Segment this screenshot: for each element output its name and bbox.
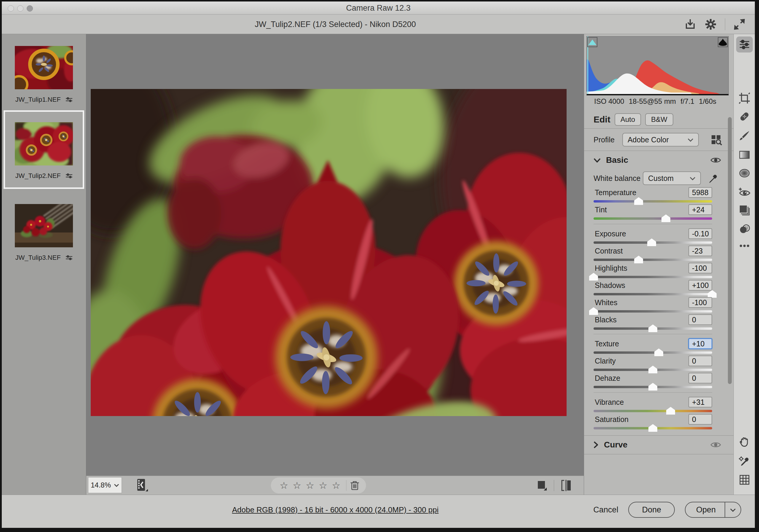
- slider-label: Blacks: [595, 315, 617, 324]
- profile-browser-icon[interactable]: [710, 134, 723, 146]
- slider-thumb[interactable]: [708, 290, 717, 298]
- slider-value-field[interactable]: -23: [689, 246, 712, 256]
- star-icon[interactable]: ☆: [303, 480, 317, 491]
- eye-icon[interactable]: [710, 441, 721, 448]
- more-tools-icon[interactable]: [739, 240, 750, 252]
- slider-label: Whites: [595, 298, 617, 307]
- white-balance-row: White balance Custom: [594, 169, 734, 187]
- presets-tool-icon[interactable]: [739, 223, 750, 235]
- slider-track[interactable]: [594, 241, 712, 244]
- star-icon[interactable]: ☆: [291, 480, 303, 491]
- slider-thumb[interactable]: [648, 324, 657, 332]
- zoom-level-dropdown[interactable]: 14.8%: [88, 477, 122, 493]
- healing-tool-icon[interactable]: [739, 111, 750, 122]
- crop-tool-icon[interactable]: [739, 92, 750, 104]
- trash-icon[interactable]: [350, 480, 360, 491]
- before-after-view-icon[interactable]: [536, 479, 548, 492]
- edit-tool-icon[interactable]: [739, 39, 750, 50]
- red-eye-tool-icon[interactable]: [739, 186, 750, 198]
- snapshots-tool-icon[interactable]: [739, 204, 750, 216]
- brush-tool-icon[interactable]: [739, 130, 750, 142]
- grid-overlay-icon[interactable]: [739, 474, 750, 486]
- slider-track[interactable]: [594, 200, 712, 203]
- thumbnail-tulip2[interactable]: [15, 122, 73, 165]
- slider-value-field[interactable]: +24: [689, 204, 712, 215]
- bw-button[interactable]: B&W: [645, 113, 673, 126]
- slider-track[interactable]: [594, 276, 712, 278]
- filmstrip-item-3[interactable]: JW_Tulip3.NEF: [4, 204, 84, 262]
- slider-value-field[interactable]: -100: [689, 297, 712, 308]
- adjustment-badge-icon: [65, 173, 73, 179]
- slider-thumb[interactable]: [648, 424, 657, 432]
- slider-thumb[interactable]: [648, 366, 657, 373]
- open-button[interactable]: Open: [685, 502, 741, 518]
- thumbnail-tulip1[interactable]: [15, 46, 73, 89]
- white-balance-dropdown[interactable]: Custom: [643, 171, 701, 185]
- slider-track[interactable]: [594, 410, 712, 412]
- slider-track[interactable]: [594, 259, 712, 261]
- auto-button[interactable]: Auto: [615, 113, 641, 126]
- done-button[interactable]: Done: [628, 502, 675, 518]
- histogram[interactable]: [586, 36, 729, 96]
- slider-track[interactable]: [594, 293, 712, 295]
- radial-filter-icon[interactable]: [739, 167, 750, 179]
- split-view-icon[interactable]: [560, 479, 573, 492]
- slider-thumb[interactable]: [654, 348, 663, 356]
- slider-value-field[interactable]: 0: [689, 355, 712, 366]
- slider-thumb[interactable]: [589, 273, 598, 280]
- slider-value-field[interactable]: 0: [689, 314, 712, 325]
- star-icon[interactable]: ☆: [277, 480, 291, 491]
- slider-value-field-focused[interactable]: +10: [689, 338, 712, 349]
- wb-eyedropper-icon[interactable]: [708, 173, 719, 184]
- workflow-options-link[interactable]: Adobe RGB (1998) - 16 bit - 6000 x 4000 …: [232, 505, 439, 514]
- slider-thumb[interactable]: [634, 197, 643, 205]
- slider-value-field[interactable]: 0: [689, 414, 712, 425]
- eye-icon[interactable]: [710, 157, 721, 164]
- workflow-options[interactable]: Adobe RGB (1998) - 16 bit - 6000 x 4000 …: [86, 495, 584, 526]
- shadow-clipping-indicator[interactable]: [587, 37, 597, 47]
- slider-track[interactable]: [594, 351, 712, 354]
- slider-track[interactable]: [594, 369, 712, 371]
- filmstrip-toggle-icon[interactable]: [134, 478, 149, 493]
- slider-value-field[interactable]: -100: [689, 263, 712, 273]
- open-options-chevron[interactable]: [725, 502, 740, 517]
- slider-thumb[interactable]: [666, 407, 675, 415]
- filmstrip-item-1[interactable]: JW_Tulip1.NEF: [4, 46, 84, 103]
- filmstrip-item-2-selected[interactable]: JW_Tulip2.NEF: [4, 110, 84, 189]
- curve-section-header[interactable]: Curve: [594, 436, 734, 454]
- slider-value-field[interactable]: 5988: [689, 187, 712, 198]
- highlight-clipping-indicator[interactable]: [718, 37, 728, 47]
- slider-track[interactable]: [594, 217, 712, 220]
- slider-track[interactable]: [594, 386, 712, 388]
- slider-label: Highlights: [595, 264, 627, 272]
- preview-canvas[interactable]: 14.8% ☆ ☆ ☆ ☆ ☆: [86, 34, 584, 495]
- slider-track[interactable]: [594, 327, 712, 330]
- star-icon[interactable]: ☆: [330, 480, 343, 491]
- save-image-icon[interactable]: [684, 18, 697, 30]
- slider-value-field[interactable]: -0.10: [689, 228, 712, 239]
- preferences-gear-icon[interactable]: [704, 18, 717, 31]
- basic-section-header[interactable]: Basic: [594, 151, 734, 169]
- slider-track[interactable]: [594, 427, 712, 430]
- slider-thumb[interactable]: [634, 256, 643, 263]
- slider-value-field[interactable]: +31: [689, 397, 712, 407]
- panel-scrollbar[interactable]: [728, 117, 732, 384]
- slider-value-field[interactable]: +100: [689, 280, 712, 291]
- profile-dropdown[interactable]: Adobe Color: [622, 133, 699, 146]
- cancel-button[interactable]: Cancel: [593, 505, 618, 514]
- toggle-fullscreen-icon[interactable]: [733, 18, 746, 31]
- slider-thumb[interactable]: [648, 383, 657, 390]
- section-divider: [584, 454, 734, 454]
- star-icon[interactable]: ☆: [317, 480, 330, 491]
- thumbnail-tulip3[interactable]: [15, 204, 73, 247]
- slider-value-field[interactable]: 0: [689, 373, 712, 384]
- slider-track[interactable]: [594, 310, 712, 312]
- white-balance-sampler-icon[interactable]: [739, 456, 750, 467]
- hand-tool-icon[interactable]: [739, 436, 750, 448]
- slider-thumb[interactable]: [661, 214, 670, 222]
- graduated-filter-icon[interactable]: [739, 149, 750, 161]
- slider-exposure: Exposure -0.10: [594, 228, 712, 246]
- slider-thumb[interactable]: [589, 307, 598, 315]
- chevron-right-icon: [594, 441, 598, 448]
- slider-thumb[interactable]: [647, 238, 656, 246]
